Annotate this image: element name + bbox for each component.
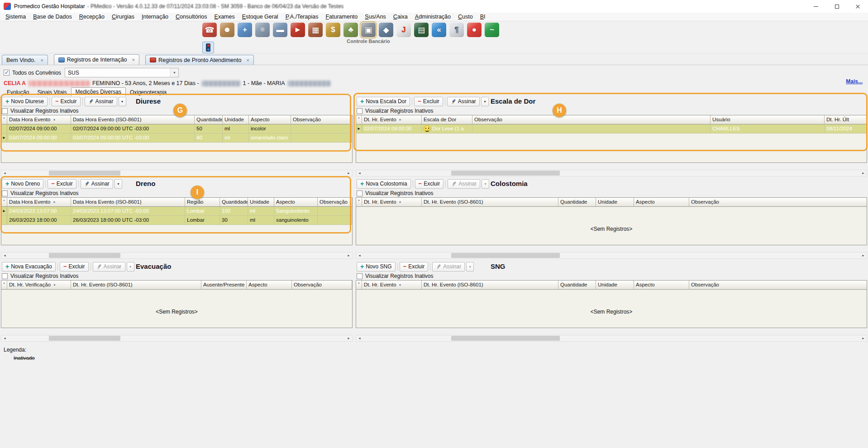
scrollbar-thumb[interactable] (451, 171, 560, 176)
visualizar-inativos-checkbox[interactable] (357, 108, 362, 114)
scroll-right-icon[interactable] (860, 253, 867, 258)
menu-item-consult-rios[interactable]: Consultórios (172, 13, 210, 20)
column-header-usu-rio[interactable]: Usuário (711, 115, 825, 124)
scrollbar-thumb[interactable] (49, 171, 120, 176)
column-header-unidade[interactable]: Unidade (248, 198, 274, 207)
menu-item-faturamento[interactable]: Faturamento (322, 13, 361, 20)
stock-boxes-icon[interactable]: ▦ (308, 23, 323, 37)
visualizar-inativos-checkbox[interactable] (2, 191, 8, 196)
menu-item-caixa[interactable]: Caixa (390, 13, 411, 20)
menu-item-exames[interactable]: Exames (211, 13, 238, 20)
scroll-left-icon[interactable] (1, 170, 8, 176)
scrollbar-thumb[interactable] (451, 336, 560, 341)
production-icon[interactable]: ♣ (343, 23, 358, 37)
assinar-dropdown-button[interactable] (481, 97, 489, 106)
subtab-medi-es-diversas[interactable]: Medições Diversas (71, 87, 126, 96)
assinar-button[interactable]: Assinar (447, 97, 480, 106)
visualizar-inativos-checkbox[interactable] (2, 273, 8, 279)
assinar-button[interactable]: Assinar (85, 97, 117, 106)
column-header-data-hora-evento-iso-8601[interactable]: Data Hora Evento (ISO-8601) (71, 115, 195, 124)
ambulance-icon[interactable]: ► (291, 23, 305, 37)
scroll-right-icon[interactable] (345, 335, 352, 341)
column-header-dt-hr-evento[interactable]: Dt. Hr. Evento▲ (362, 198, 422, 207)
nova-escala-dor-button[interactable]: Nova Escala Dor (357, 97, 410, 106)
subtab-sinais-vitais[interactable]: Sinais Vitais (33, 88, 71, 96)
column-header-aspecto[interactable]: Aspecto (247, 281, 292, 290)
column-header-data-hora-evento-iso-8601[interactable]: Data Hora Evento (ISO-8601) (71, 198, 185, 207)
select-all-header-cell[interactable]: * (1, 115, 7, 124)
tab-close-icon[interactable] (40, 57, 43, 63)
column-header-quantidade[interactable]: Quantidade (195, 115, 223, 124)
select-all-header-cell[interactable]: * (356, 198, 362, 207)
horizontal-scrollbar[interactable] (356, 252, 867, 259)
table-row[interactable]: ▸02/07/2024 09:00:00Dor Leve (1 aCHARLLE… (356, 124, 867, 133)
excluir-button[interactable]: Excluir (400, 262, 429, 272)
menu-item-base-de-dados[interactable]: Base de Dados (29, 13, 75, 20)
column-header-ausente-presente[interactable]: Ausente/Presente (201, 281, 247, 290)
maximize-button[interactable] (826, 0, 847, 13)
doctor-icon[interactable]: + (238, 23, 252, 37)
chat-icon[interactable]: « (432, 23, 446, 37)
select-all-header-cell[interactable]: * (1, 198, 7, 207)
column-header-data-hora-evento[interactable]: Data Hora Evento▲ (7, 198, 71, 207)
column-header-escala-de-dor[interactable]: Escala de Dor (422, 115, 472, 124)
column-header-dt-hr-evento-iso-8601[interactable]: Dt. Hr. Evento (ISO-8601) (71, 281, 201, 290)
column-header-aspecto[interactable]: Aspecto (634, 281, 689, 290)
novo-diurese-button[interactable]: Novo Diurese (2, 97, 48, 106)
horizontal-scrollbar[interactable] (1, 335, 353, 342)
select-all-header-cell[interactable]: * (356, 115, 362, 124)
column-header-dt-hr-verifica-o[interactable]: Dt. Hr. Verificação▲ (7, 281, 71, 290)
novo-sng-button[interactable]: Novo SNG (357, 262, 396, 272)
scroll-left-icon[interactable] (1, 253, 8, 258)
column-header-dt-hr-evento-iso-8601[interactable]: Dt. Hr. Evento (ISO-8601) (422, 281, 558, 290)
scroll-left-icon[interactable] (356, 170, 363, 176)
mais-link[interactable]: Mais... (846, 78, 863, 85)
excluir-button[interactable]: Excluir (60, 262, 89, 272)
scroll-left-icon[interactable] (356, 253, 363, 258)
power-exit-icon[interactable]: ● (467, 23, 482, 37)
visualizar-inativos-checkbox[interactable] (2, 108, 8, 114)
subtab-oxigenoterapia[interactable]: Oxigenoterapia (126, 88, 171, 96)
menu-item-sus-ans[interactable]: Sus/Ans (361, 13, 390, 20)
table-row[interactable]: ▸24/03/2023 13:07:0024/03/2023 13:07:00 … (1, 207, 352, 216)
ledger-book-icon[interactable]: ▤ (414, 23, 429, 37)
scrollbar-thumb[interactable] (49, 253, 120, 258)
column-header-quantidade[interactable]: Quantidade (558, 198, 596, 207)
visualizar-inativos-checkbox[interactable] (357, 191, 362, 196)
table-row[interactable]: 26/03/2023 18:00:0026/03/2023 18:00:00 U… (1, 216, 352, 225)
menu-item-interna-o[interactable]: Internação (138, 13, 172, 20)
patients-icon[interactable]: ☻ (220, 23, 234, 37)
column-header-unidade[interactable]: Unidade (596, 281, 634, 290)
assinar-dropdown-button[interactable] (119, 97, 126, 106)
column-header-dt-hr-evento[interactable]: Dt. Hr. Evento▲ (362, 115, 422, 124)
convenio-select[interactable]: SUS (65, 68, 179, 77)
assinar-button[interactable]: Assinar (81, 179, 113, 189)
excluir-button[interactable]: Excluir (48, 179, 76, 189)
menu-item-sistema[interactable]: Sistema (2, 13, 29, 20)
menu-item-bi[interactable]: BI (477, 13, 489, 20)
scrollbar-thumb[interactable] (49, 336, 120, 341)
column-header-unidade[interactable]: Unidade (223, 115, 249, 124)
evacuacao-grid[interactable]: *Dt. Hr. Verificação▲Dt. Hr. Evento (ISO… (1, 280, 353, 328)
scroll-left-icon[interactable] (1, 335, 8, 341)
juridico-icon[interactable]: J (396, 23, 411, 37)
horizontal-scrollbar[interactable] (356, 170, 867, 176)
hospital-bed-icon[interactable]: ▬ (273, 23, 287, 37)
scroll-right-icon[interactable] (345, 253, 352, 258)
todos-convenios-checkbox[interactable] (4, 70, 10, 76)
assinar-dropdown-button[interactable] (114, 179, 122, 189)
scroll-right-icon[interactable] (860, 170, 867, 176)
menu-item-estoque-geral[interactable]: Estoque Geral (238, 13, 282, 20)
scroll-right-icon[interactable] (345, 170, 352, 176)
phone-icon[interactable]: ☎ (202, 23, 217, 37)
dreno-grid[interactable]: *Data Hora Evento▲Data Hora Evento (ISO-… (1, 197, 353, 245)
monitor-chart-icon[interactable]: ~ (485, 23, 499, 37)
scroll-left-icon[interactable] (356, 335, 363, 341)
scroll-right-icon[interactable] (860, 335, 867, 341)
column-header-observa-o[interactable]: Observação (689, 281, 867, 290)
visualizar-inativos-checkbox[interactable] (357, 273, 362, 279)
column-header-dt-hr-evento-iso-8601[interactable]: Dt. Hr. Evento (ISO-8601) (422, 198, 558, 207)
column-header-observa-o[interactable]: Observação (318, 198, 352, 207)
sng-grid[interactable]: *Dt. Hr. Evento▲Dt. Hr. Evento (ISO-8601… (356, 280, 867, 328)
subtab-evolu-o[interactable]: Evolução (3, 88, 33, 96)
